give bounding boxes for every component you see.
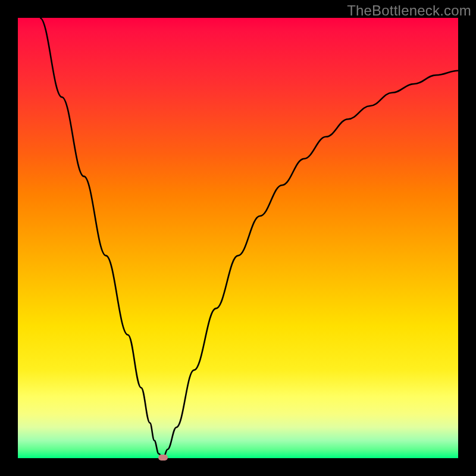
curve-layer <box>18 18 458 458</box>
watermark-text: TheBottleneck.com <box>347 2 471 19</box>
plot-area <box>18 18 458 458</box>
chart-frame: TheBottleneck.com <box>0 0 476 476</box>
bottleneck-curve <box>40 18 458 458</box>
optimum-marker <box>158 455 168 461</box>
